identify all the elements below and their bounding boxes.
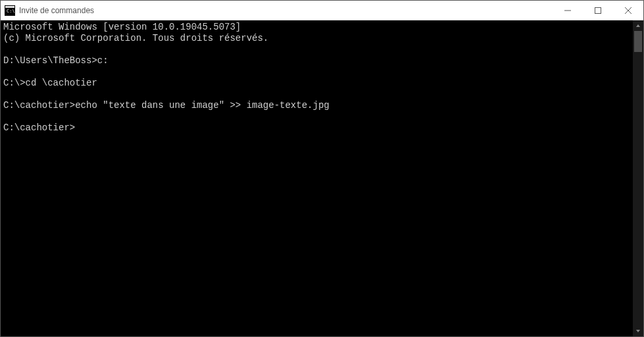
window-controls bbox=[553, 1, 643, 20]
scroll-down-arrow[interactable] bbox=[633, 326, 643, 336]
terminal-line: C:\cachotier> bbox=[3, 122, 630, 134]
terminal-line: C:\>cd \cachotier bbox=[3, 78, 630, 89]
terminal-line: C:\cachotier>echo "texte dans une image"… bbox=[3, 100, 630, 111]
terminal-output[interactable]: Microsoft Windows [version 10.0.19045.50… bbox=[1, 20, 633, 336]
terminal-area: Microsoft Windows [version 10.0.19045.50… bbox=[1, 20, 643, 336]
window-titlebar: C:\ Invite de commandes bbox=[1, 1, 643, 20]
scroll-up-arrow[interactable] bbox=[633, 20, 643, 31]
terminal-line: D:\Users\TheBoss>c: bbox=[3, 55, 630, 66]
terminal-line bbox=[3, 66, 630, 78]
terminal-line bbox=[3, 111, 630, 122]
maximize-button[interactable] bbox=[583, 1, 613, 20]
vertical-scrollbar[interactable] bbox=[633, 20, 643, 336]
cmd-icon: C:\ bbox=[5, 5, 15, 16]
terminal-line: (c) Microsoft Corporation. Tous droits r… bbox=[3, 33, 630, 44]
window-title: Invite de commandes bbox=[19, 6, 94, 15]
close-button[interactable] bbox=[613, 1, 643, 20]
minimize-button[interactable] bbox=[553, 1, 583, 20]
svg-rect-1 bbox=[5, 6, 14, 8]
svg-rect-4 bbox=[595, 7, 601, 13]
scroll-thumb[interactable] bbox=[634, 31, 642, 52]
svg-text:C:\: C:\ bbox=[7, 9, 15, 14]
terminal-line bbox=[3, 44, 630, 55]
terminal-line: Microsoft Windows [version 10.0.19045.50… bbox=[3, 22, 630, 33]
terminal-line bbox=[3, 89, 630, 100]
